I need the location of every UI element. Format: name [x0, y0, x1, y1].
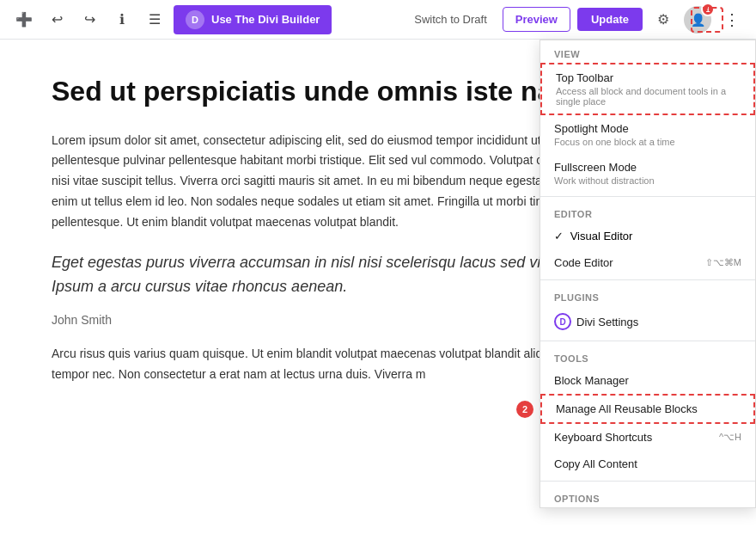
spotlight-mode-item[interactable]: Spotlight Mode Focus on one block at a t…	[540, 115, 755, 154]
menu-button[interactable]: ☰	[141, 6, 168, 34]
divi-settings-label: Divi Settings	[576, 316, 638, 328]
redo-button[interactable]: ↪	[76, 6, 103, 34]
keyboard-shortcuts-item[interactable]: Keyboard Shortcuts ^⌥H	[540, 424, 755, 451]
top-toolbar-title: Top Toolbar	[556, 71, 740, 84]
keyboard-shortcut-key: ^⌥H	[719, 432, 741, 443]
divi-icon: D	[186, 10, 204, 29]
plugins-section-label: Plugins	[540, 284, 755, 306]
tools-section-label: Tools	[540, 345, 755, 367]
manage-reusable-label: Manage All Reusable Blocks	[556, 402, 698, 415]
divider-3	[540, 341, 755, 341]
spotlight-desc: Focus on one block at a time	[554, 137, 741, 147]
fullscreen-title: Fullscreen Mode	[554, 161, 741, 174]
divider-4	[540, 481, 755, 482]
divider-2	[540, 279, 755, 280]
checkmark-icon: ✓	[554, 230, 564, 242]
copy-all-content-item[interactable]: Copy All Content	[540, 451, 755, 477]
manage-reusable-item[interactable]: Manage All Reusable Blocks	[540, 394, 755, 424]
block-manager-item[interactable]: Block Manager	[540, 367, 755, 394]
divi-builder-button[interactable]: D Use The Divi Builder	[174, 5, 332, 34]
annotation-2-wrapper: 2 Manage All Reusable Blocks	[540, 394, 755, 424]
update-button[interactable]: Update	[577, 8, 643, 31]
copy-all-content-label: Copy All Content	[554, 457, 637, 470]
divider-1	[540, 196, 755, 197]
visual-editor-item[interactable]: ✓ Visual Editor	[540, 223, 755, 249]
top-bar-left: ➕ ↩ ↪ ℹ ☰ D Use The Divi Builder	[10, 5, 332, 34]
notification-wrapper: 👤 1	[684, 6, 711, 34]
view-section-label: View	[540, 40, 755, 63]
editor-section-label: Editor	[540, 200, 755, 223]
settings-button[interactable]: ⚙	[649, 6, 677, 34]
block-manager-label: Block Manager	[554, 374, 629, 387]
top-toolbar-desc: Access all block and document tools in a…	[556, 86, 740, 107]
spotlight-title: Spotlight Mode	[554, 122, 741, 135]
code-editor-item[interactable]: Code Editor ⇧⌥⌘M	[540, 249, 755, 276]
options-section-label: Options	[540, 485, 755, 507]
more-options-button[interactable]: ⋮	[718, 6, 746, 34]
notification-badge: 1	[701, 3, 715, 16]
undo-button[interactable]: ↩	[43, 6, 70, 34]
code-editor-shortcut: ⇧⌥⌘M	[705, 257, 741, 268]
divi-builder-label: Use The Divi Builder	[211, 13, 320, 26]
divi-settings-item[interactable]: D Divi Settings	[540, 306, 755, 337]
keyboard-shortcuts-label: Keyboard Shortcuts	[554, 431, 652, 444]
visual-editor-label: ✓ Visual Editor	[554, 230, 632, 242]
divi-settings-icon: D	[554, 313, 571, 330]
dropdown-menu: View Top Toolbar Access all block and do…	[540, 40, 756, 508]
divi-settings-wrapper: D Divi Settings	[554, 313, 638, 330]
preview-button[interactable]: Preview	[503, 7, 570, 32]
switch-to-draft-button[interactable]: Switch to Draft	[405, 8, 496, 31]
add-button[interactable]: ➕	[10, 6, 38, 34]
annotation-badge-2: 2	[516, 401, 533, 418]
top-toolbar-item[interactable]: Top Toolbar Access all block and documen…	[540, 63, 755, 115]
fullscreen-desc: Work without distraction	[554, 175, 741, 186]
info-button[interactable]: ℹ	[108, 6, 136, 34]
code-editor-label: Code Editor	[554, 256, 613, 269]
top-bar: ➕ ↩ ↪ ℹ ☰ D Use The Divi Builder Switch …	[0, 0, 756, 40]
top-bar-right: Switch to Draft Preview Update ⚙ 👤 1 ⋮	[405, 6, 746, 34]
fullscreen-mode-item[interactable]: Fullscreen Mode Work without distraction	[540, 154, 755, 193]
